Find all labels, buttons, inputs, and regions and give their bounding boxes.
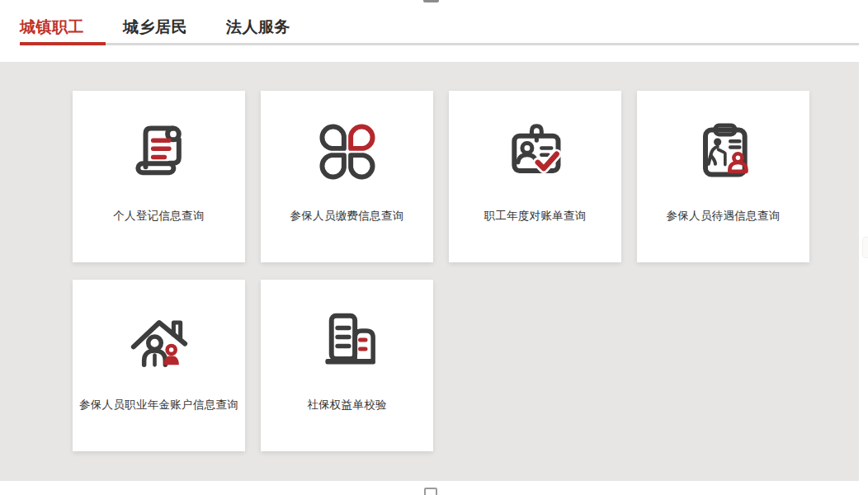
tab-legal-person-services[interactable]: 法人服务 [226, 16, 290, 39]
top-cutoff-handle [423, 0, 439, 2]
card-label: 职工年度对账单查询 [449, 209, 621, 224]
card-occupational-pension-query[interactable]: 参保人员职业年金账户信息查询 [73, 280, 245, 451]
card-label: 参保人员缴费信息查询 [261, 209, 433, 224]
tab-urban-employees[interactable]: 城镇职工 [20, 16, 84, 39]
id-badge-check-icon [449, 112, 621, 191]
scroll-document-icon [73, 112, 245, 191]
tab-bar: 城镇职工 城乡居民 法人服务 [20, 16, 290, 39]
card-benefits-info-query[interactable]: 参保人员待遇信息查询 [637, 91, 809, 262]
clover-icon [261, 112, 433, 191]
card-label: 参保人员待遇信息查询 [637, 209, 809, 224]
tab-urban-rural-residents[interactable]: 城乡居民 [123, 16, 187, 39]
card-rights-statement-verification[interactable]: 社保权益单校验 [261, 280, 433, 451]
card-payment-info-query[interactable]: 参保人员缴费信息查询 [261, 91, 433, 262]
card-label: 参保人员职业年金账户信息查询 [73, 398, 245, 412]
tab-underline-track [106, 43, 859, 45]
card-label: 社保权益单校验 [261, 398, 433, 412]
buildings-icon [261, 301, 433, 380]
clipboard-elder-icon [637, 112, 809, 191]
active-tab-underline [20, 42, 106, 45]
card-label: 个人登记信息查询 [73, 209, 245, 224]
right-edge-nub [862, 237, 868, 258]
page-background: 城镇职工 城乡居民 法人服务 个人登记信息查询 [0, 0, 868, 495]
house-people-icon [73, 301, 245, 380]
card-personal-registration-query[interactable]: 个人登记信息查询 [73, 91, 245, 262]
card-annual-statement-query[interactable]: 职工年度对账单查询 [449, 91, 621, 262]
services-panel: 个人登记信息查询 参保人员缴费信息查询 [0, 62, 859, 481]
bottom-cutoff-box[interactable] [424, 488, 437, 495]
